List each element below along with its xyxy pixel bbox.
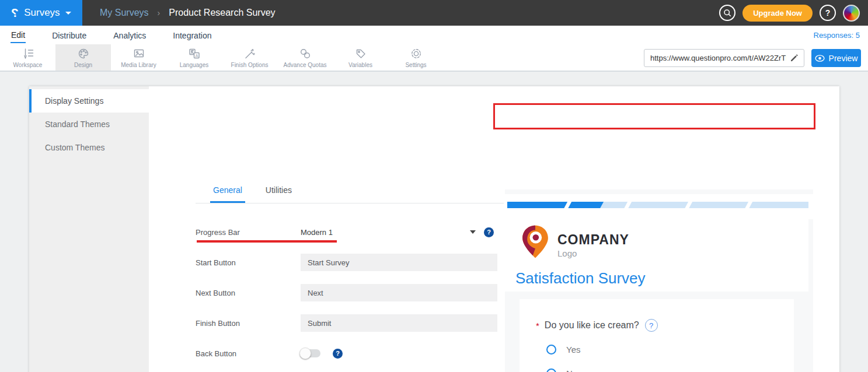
survey-title: Satisfaction Survey <box>515 269 646 287</box>
design-settings-card: Display Settings Standard Themes Custom … <box>29 86 839 372</box>
svg-text:A: A <box>195 53 198 57</box>
question-card: * Do you like ice cream? ? Yes No Next <box>520 299 794 372</box>
radio-button[interactable] <box>546 369 556 372</box>
next-button-label: Next Button <box>196 289 301 297</box>
back-button-help-icon[interactable]: ? <box>333 349 343 359</box>
tab-general[interactable]: General <box>210 184 245 203</box>
start-button-label: Start Button <box>196 258 301 267</box>
progress-bar-band <box>505 194 813 219</box>
chevron-down-icon <box>65 12 71 15</box>
display-settings-form: General Utilities Progress Bar Modern 1 … <box>196 184 504 372</box>
edit-link-icon[interactable] <box>789 53 798 62</box>
progress-segment-divider <box>623 202 633 208</box>
sidebar-item-display-settings[interactable]: Display Settings <box>29 89 149 113</box>
nav-tab-distribute[interactable]: Distribute <box>51 27 87 43</box>
next-button-row: Next Button <box>196 284 504 301</box>
radio-button[interactable] <box>546 345 556 355</box>
sidebar-item-standard-themes[interactable]: Standard Themes <box>29 113 149 136</box>
breadcrumb-my-surveys[interactable]: My Surveys <box>100 8 149 18</box>
toolbar-item-languages[interactable]: A Languages <box>166 44 222 71</box>
required-asterisk: * <box>536 321 539 331</box>
media-library-icon <box>133 47 145 60</box>
nav-tab-edit[interactable]: Edit <box>11 27 26 43</box>
finish-button-row: Finish Button <box>196 314 504 332</box>
toolbar-item-design[interactable]: Design <box>55 44 111 71</box>
languages-icon: A <box>188 47 201 60</box>
survey-progress-bar <box>507 202 808 208</box>
finish-options-icon <box>243 47 256 60</box>
progress-bar-value: Modern 1 <box>301 228 333 237</box>
progress-bar-label: Progress Bar <box>196 228 301 237</box>
design-sidebar: Display Settings Standard Themes Custom … <box>29 86 149 372</box>
settings-icon <box>410 47 423 60</box>
start-button-row: Start Button <box>196 254 504 271</box>
question-help-icon[interactable]: ? <box>645 319 658 332</box>
start-button-input[interactable] <box>301 254 497 271</box>
progress-segment-divider <box>684 202 693 208</box>
annotation-red-underline <box>197 240 337 243</box>
breadcrumb: My Surveys › Product Research Survey <box>100 8 276 18</box>
question-row: * Do you like ice cream? ? <box>536 319 658 332</box>
back-button-label: Back Button <box>196 349 301 358</box>
upgrade-now-button[interactable]: Upgrade Now <box>742 5 813 22</box>
questionpro-logo-icon: ? <box>11 6 19 20</box>
company-logo: COMPANY Logo <box>520 224 629 259</box>
progress-fill <box>507 202 604 208</box>
help-button[interactable]: ? <box>820 5 836 21</box>
survey-preview-pane: COMPANY Logo Satisfaction Survey * Do yo… <box>505 189 813 372</box>
settings-tabs: General Utilities <box>196 184 504 203</box>
search-button[interactable] <box>719 5 735 21</box>
progress-bar-row: Progress Bar Modern 1 ? <box>196 223 504 241</box>
survey-header-section: COMPANY Logo Satisfaction Survey <box>505 219 808 292</box>
company-logo-pin-icon <box>520 224 550 259</box>
breadcrumb-separator-icon: › <box>158 8 161 17</box>
chevron-down-icon <box>470 230 476 234</box>
next-button-input[interactable] <box>301 284 497 301</box>
search-icon <box>723 9 731 17</box>
company-logo-title: COMPANY <box>557 232 629 248</box>
responses-count[interactable]: Responses: 5 <box>814 31 860 40</box>
sidebar-item-custom-themes[interactable]: Custom Themes <box>29 136 149 159</box>
finish-button-label: Finish Button <box>196 319 301 328</box>
progress-segment-divider <box>744 202 754 208</box>
toolbar-item-advance-quotas[interactable]: Advance Quotas <box>277 44 333 71</box>
toolbar-item-media-library[interactable]: Media Library <box>111 44 166 71</box>
eye-icon <box>815 55 825 62</box>
nav-tab-analytics[interactable]: Analytics <box>113 27 147 43</box>
question-text: Do you like ice cream? <box>545 320 639 331</box>
question-mark-icon: ? <box>825 8 831 17</box>
progress-bar-help-icon[interactable]: ? <box>484 227 494 237</box>
answer-option-yes[interactable]: Yes <box>546 345 580 355</box>
product-name: Surveys <box>24 7 60 19</box>
back-button-row: Back Button ? <box>196 345 504 362</box>
nav-tab-integration[interactable]: Integration <box>172 27 212 43</box>
workspace-icon <box>22 47 34 60</box>
company-logo-subtitle: Logo <box>557 248 629 258</box>
user-avatar[interactable] <box>843 5 860 22</box>
toolbar-item-variables[interactable]: Variables <box>333 44 388 71</box>
progress-bar-select[interactable]: Modern 1 <box>301 228 476 237</box>
product-switcher[interactable]: ? Surveys <box>0 0 82 26</box>
breadcrumb-survey-title: Product Research Survey <box>169 8 275 18</box>
section-nav: Edit Distribute Analytics Integration Re… <box>0 26 868 44</box>
advance-quotas-icon <box>299 47 312 60</box>
toolbar-item-workspace[interactable]: Workspace <box>0 44 55 71</box>
toggle-knob <box>299 348 311 359</box>
toolbar-item-settings[interactable]: Settings <box>388 44 444 71</box>
variables-icon <box>354 47 367 60</box>
toolbar-item-finish-options[interactable]: Finish Options <box>222 44 277 71</box>
preview-button[interactable]: Preview <box>811 49 861 67</box>
answer-option-no[interactable]: No <box>546 369 577 372</box>
back-button-toggle[interactable] <box>301 349 320 357</box>
tab-utilities[interactable]: Utilities <box>263 184 295 203</box>
finish-button-input[interactable] <box>301 314 497 332</box>
design-icon <box>77 47 90 60</box>
top-header: ? Surveys My Surveys › Product Research … <box>0 0 868 26</box>
survey-link-input[interactable] <box>644 49 804 67</box>
header-actions: Upgrade Now ? <box>719 5 860 22</box>
